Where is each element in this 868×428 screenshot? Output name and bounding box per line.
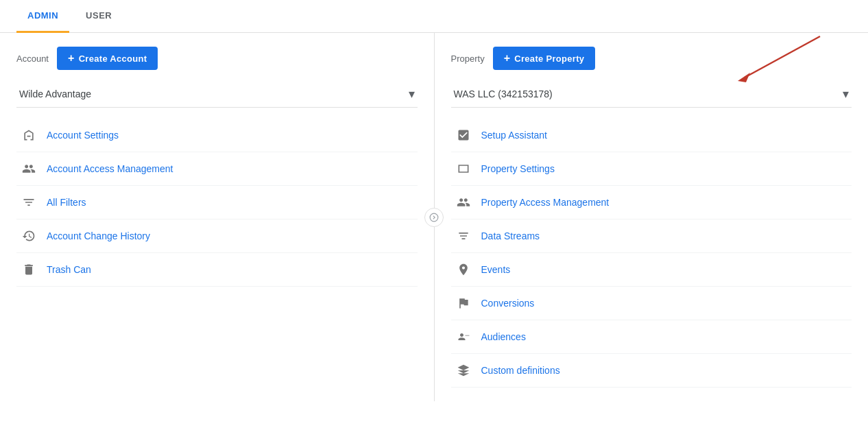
menu-item-account-access[interactable]: Account Access Management: [16, 152, 418, 186]
menu-item-all-filters[interactable]: All Filters: [16, 186, 418, 219]
menu-item-setup-assistant[interactable]: Setup Assistant: [451, 119, 852, 152]
tab-user[interactable]: USER: [75, 0, 123, 33]
center-divider-pin: [424, 208, 444, 227]
menu-item-audiences[interactable]: Audiences: [451, 320, 852, 354]
conversions-icon: [457, 296, 470, 310]
property-access-icon: [457, 195, 470, 209]
svg-point-0: [430, 213, 438, 222]
menu-item-events[interactable]: Events: [451, 253, 852, 287]
menu-item-property-settings[interactable]: Property Settings: [451, 152, 852, 186]
property-menu-list: Setup Assistant Property Settings Proper…: [451, 119, 852, 388]
property-dropdown[interactable]: WAS LLC (342153178) ▾: [451, 81, 852, 108]
property-settings-icon: [457, 162, 470, 176]
tab-admin[interactable]: ADMIN: [16, 0, 69, 33]
right-panel: Property + Create Property WAS LLC (3421…: [435, 33, 869, 401]
menu-item-property-access[interactable]: Property Access Management: [451, 186, 852, 219]
events-icon: [457, 263, 470, 276]
chevron-down-icon: ▾: [409, 86, 415, 102]
data-streams-icon: [457, 229, 470, 243]
property-label: Property: [451, 54, 485, 64]
top-nav: ADMIN USER: [0, 0, 868, 33]
left-panel: Account + Create Account Wilde Advantage…: [0, 33, 435, 401]
right-panel-header: Property + Create Property: [451, 47, 852, 70]
account-menu-list: Account Settings Account Access Manageme…: [16, 119, 418, 287]
audiences-icon: [457, 330, 470, 344]
create-property-button[interactable]: + Create Property: [493, 47, 596, 70]
menu-item-custom-definitions[interactable]: Custom definitions: [451, 354, 852, 388]
create-account-button[interactable]: + Create Account: [57, 47, 158, 70]
filter-icon: [22, 195, 36, 209]
left-panel-header: Account + Create Account: [16, 47, 418, 70]
plus-icon-right: +: [504, 52, 511, 64]
trash-icon: [22, 263, 36, 276]
custom-definitions-icon: [457, 364, 470, 377]
history-icon: [22, 229, 36, 243]
menu-item-data-streams[interactable]: Data Streams: [451, 219, 852, 253]
menu-item-conversions[interactable]: Conversions: [451, 287, 852, 320]
panels-wrapper: Account + Create Account Wilde Advantage…: [0, 33, 868, 401]
building-icon: [22, 128, 36, 142]
setup-icon: [457, 128, 470, 142]
chevron-down-icon-right: ▾: [843, 86, 849, 102]
plus-icon: +: [68, 52, 75, 64]
account-dropdown[interactable]: Wilde Advantage ▾: [16, 81, 418, 108]
menu-item-account-settings[interactable]: Account Settings: [16, 119, 418, 152]
menu-item-trash-can[interactable]: Trash Can: [16, 253, 418, 287]
account-label: Account: [16, 54, 49, 64]
menu-item-change-history[interactable]: Account Change History: [16, 219, 418, 253]
people-icon: [22, 162, 36, 176]
